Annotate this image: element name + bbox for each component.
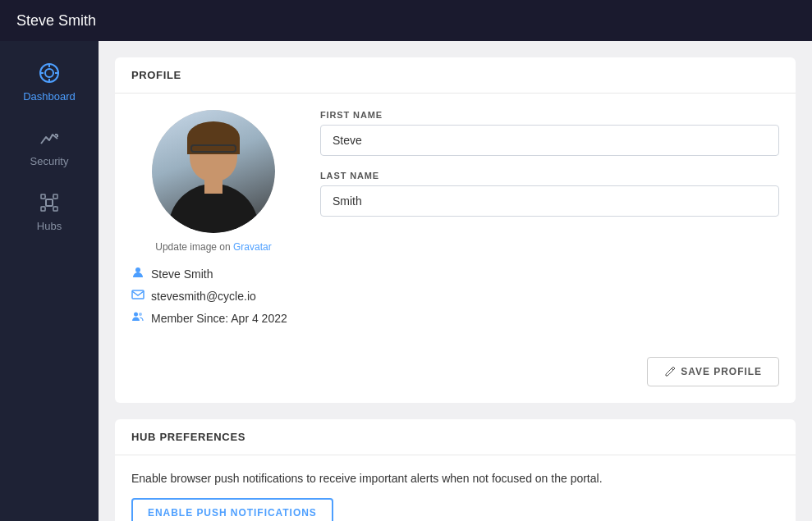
gravatar-link[interactable]: Gravatar <box>233 241 272 253</box>
profile-card: PROFILE <box>115 57 796 403</box>
svg-rect-22 <box>132 290 144 299</box>
svg-rect-11 <box>41 207 45 211</box>
sidebar-item-dashboard[interactable]: Dashboard <box>0 49 99 114</box>
sidebar: Dashboard Security <box>0 41 99 521</box>
profile-content: Update image on Gravatar Steve Smith <box>131 110 779 332</box>
sidebar-hubs-label: Hubs <box>37 220 62 232</box>
svg-rect-12 <box>53 207 57 211</box>
last-name-group: LAST NAME <box>320 171 779 217</box>
hub-pref-content: Enable browser push notifications to rec… <box>115 455 796 521</box>
sidebar-dashboard-label: Dashboard <box>23 90 76 103</box>
main-layout: Dashboard Security <box>0 41 812 521</box>
hub-pref-description: Enable browser push notifications to rec… <box>131 472 779 485</box>
svg-point-24 <box>139 313 142 316</box>
first-name-input[interactable] <box>320 125 779 156</box>
profile-card-body: Update image on Gravatar Steve Smith <box>115 94 796 349</box>
profile-email: stevesmith@cycle.io <box>151 290 256 303</box>
svg-rect-8 <box>46 199 53 206</box>
profile-left: Update image on Gravatar Steve Smith <box>131 110 296 332</box>
edit-icon <box>664 366 676 377</box>
hub-preferences-card: HUB PREFERENCES Enable browser push noti… <box>115 419 796 521</box>
first-name-label: FIRST NAME <box>320 110 779 120</box>
user-icon <box>131 266 145 281</box>
security-icon <box>37 126 62 150</box>
profile-email-row: stevesmith@cycle.io <box>131 288 296 304</box>
profile-info: Steve Smith stevesmith@cycle.io <box>131 266 296 332</box>
avatar <box>152 110 275 233</box>
save-profile-button[interactable]: SAVE PROFILE <box>647 357 779 386</box>
svg-point-1 <box>45 69 53 77</box>
svg-point-21 <box>135 267 140 272</box>
hubs-icon <box>37 190 62 215</box>
first-name-group: FIRST NAME <box>320 110 779 156</box>
profile-right: FIRST NAME LAST NAME <box>320 110 779 231</box>
profile-name-row: Steve Smith <box>131 266 296 281</box>
svg-point-23 <box>134 313 138 317</box>
profile-name: Steve Smith <box>151 267 213 281</box>
dashboard-icon <box>37 61 62 85</box>
svg-rect-10 <box>53 194 57 199</box>
sidebar-item-security[interactable]: Security <box>0 114 99 179</box>
content-area: PROFILE <box>99 41 812 521</box>
hub-preferences-header: HUB PREFERENCES <box>115 419 796 455</box>
member-icon <box>131 310 145 326</box>
profile-card-header: PROFILE <box>115 57 796 94</box>
avatar-glasses <box>190 144 236 153</box>
last-name-label: LAST NAME <box>320 171 779 181</box>
sidebar-item-hubs[interactable]: Hubs <box>0 179 99 244</box>
last-name-input[interactable] <box>320 185 779 217</box>
profile-member-row: Member Since: Apr 4 2022 <box>131 310 296 326</box>
gravatar-text: Update image on Gravatar <box>155 241 271 253</box>
email-icon <box>131 288 145 304</box>
save-btn-row: SAVE PROFILE <box>115 349 796 403</box>
profile-member-since: Member Since: Apr 4 2022 <box>151 312 287 325</box>
enable-push-notifications-button[interactable]: ENABLE PUSH NOTIFICATIONS <box>131 498 333 521</box>
svg-rect-9 <box>41 194 45 199</box>
topbar-title: Steve Smith <box>16 12 96 30</box>
avatar-neck <box>204 177 222 194</box>
sidebar-security-label: Security <box>30 155 69 167</box>
avatar-container <box>152 110 275 233</box>
topbar: Steve Smith <box>0 0 812 41</box>
